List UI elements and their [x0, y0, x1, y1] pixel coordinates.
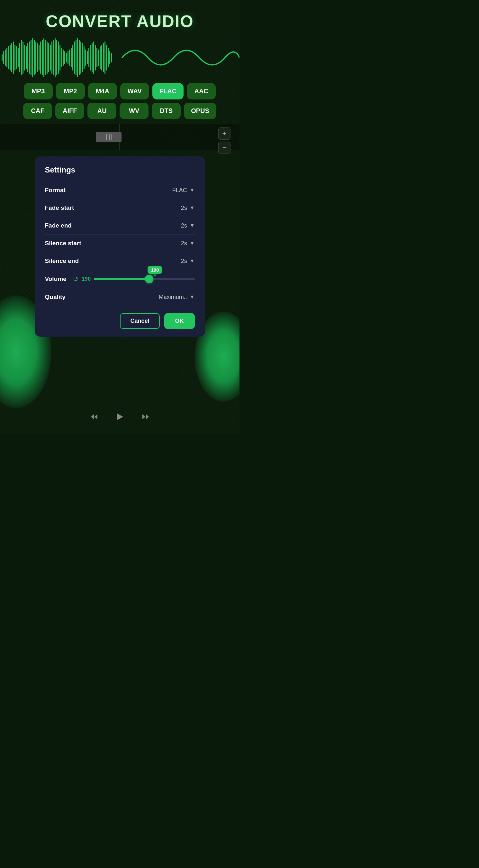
- format-value[interactable]: FLAC ▼: [143, 187, 195, 194]
- svg-rect-53: [87, 51, 88, 64]
- format-btn-aiff[interactable]: AIFF: [55, 103, 84, 119]
- svg-rect-35: [58, 41, 59, 74]
- zoom-out-button[interactable]: −: [218, 142, 231, 154]
- format-btn-dts[interactable]: DTS: [152, 103, 181, 119]
- quality-value[interactable]: Maximum.. ▼: [143, 294, 195, 301]
- rewind-button[interactable]: [89, 412, 99, 424]
- svg-rect-23: [39, 45, 39, 70]
- svg-rect-4: [8, 46, 9, 69]
- svg-rect-22: [37, 43, 38, 72]
- svg-rect-59: [97, 48, 97, 67]
- format-btn-au[interactable]: AU: [88, 103, 116, 119]
- format-row-2: CAF AIFF AU WV DTS OPUS: [17, 103, 223, 119]
- svg-rect-29: [48, 43, 49, 72]
- svg-rect-30: [50, 45, 51, 70]
- svg-rect-61: [100, 46, 101, 69]
- format-btn-opus[interactable]: OPUS: [184, 103, 216, 119]
- svg-rect-16: [27, 43, 28, 72]
- svg-rect-63: [103, 43, 104, 72]
- svg-rect-17: [29, 41, 30, 74]
- svg-rect-46: [75, 40, 76, 75]
- fade-end-label: Fade end: [45, 222, 72, 229]
- svg-rect-43: [71, 48, 72, 67]
- fade-start-value-text: 2s: [181, 205, 187, 212]
- svg-rect-11: [19, 43, 20, 72]
- silence-end-label: Silence end: [45, 257, 79, 265]
- volume-slider[interactable]: 190: [94, 278, 195, 280]
- svg-rect-36: [60, 45, 61, 70]
- format-btn-aac[interactable]: AAC: [187, 83, 216, 99]
- silence-end-value[interactable]: 2s ▼: [143, 258, 195, 265]
- player-controls: [0, 412, 240, 424]
- volume-thumb[interactable]: [145, 275, 153, 283]
- format-btn-flac[interactable]: FLAC: [152, 83, 183, 99]
- svg-rect-7: [13, 41, 14, 74]
- format-value-text: FLAC: [172, 187, 187, 194]
- fade-start-value[interactable]: 2s ▼: [143, 205, 195, 212]
- svg-rect-56: [92, 43, 93, 72]
- svg-rect-68: [111, 53, 112, 62]
- svg-marker-73: [146, 414, 149, 420]
- svg-rect-48: [79, 40, 80, 75]
- format-row-1: MP3 MP2 M4A WAV FLAC AAC: [18, 83, 222, 99]
- format-dropdown-arrow: ▼: [190, 187, 195, 193]
- setting-row-fade-start: Fade start 2s ▼: [45, 199, 195, 217]
- forward-button[interactable]: [140, 412, 151, 424]
- svg-rect-10: [18, 48, 19, 67]
- svg-rect-31: [52, 41, 53, 74]
- format-btn-wv[interactable]: WV: [119, 103, 148, 119]
- format-btn-m4a[interactable]: M4A: [88, 83, 117, 99]
- play-button[interactable]: [115, 412, 125, 424]
- svg-rect-52: [85, 50, 86, 66]
- volume-fill: [94, 278, 149, 280]
- svg-rect-47: [77, 38, 78, 77]
- format-btn-wav[interactable]: WAV: [120, 83, 149, 99]
- svg-rect-42: [69, 50, 70, 66]
- svg-rect-6: [11, 43, 12, 72]
- svg-rect-39: [64, 51, 65, 64]
- svg-rect-64: [104, 41, 105, 74]
- svg-rect-18: [31, 40, 32, 75]
- svg-rect-37: [61, 48, 62, 67]
- volume-tooltip: 190: [147, 266, 162, 274]
- svg-rect-57: [93, 41, 94, 74]
- silence-start-value[interactable]: 2s ▼: [143, 240, 195, 247]
- svg-rect-26: [43, 38, 44, 77]
- svg-rect-51: [83, 46, 84, 69]
- silence-end-dropdown-arrow: ▼: [190, 258, 195, 264]
- fade-start-dropdown-arrow: ▼: [190, 205, 195, 211]
- svg-rect-34: [56, 40, 57, 75]
- cancel-button[interactable]: Cancel: [120, 313, 160, 329]
- app-title: CONVERT AUDIO: [46, 11, 194, 31]
- svg-rect-2: [5, 50, 6, 66]
- svg-rect-9: [16, 46, 17, 69]
- format-btn-mp2[interactable]: MP2: [56, 83, 85, 99]
- volume-controls[interactable]: ↺ 190 190: [73, 275, 195, 283]
- svg-rect-33: [55, 38, 56, 77]
- fade-end-dropdown-arrow: ▼: [190, 223, 195, 228]
- svg-rect-58: [95, 45, 96, 70]
- settings-panel: Settings Format FLAC ▼ Fade start 2s ▼ F…: [35, 156, 205, 337]
- zoom-in-button[interactable]: +: [218, 127, 231, 140]
- format-btn-caf[interactable]: CAF: [23, 103, 52, 119]
- format-btn-mp3[interactable]: MP3: [24, 83, 53, 99]
- svg-rect-55: [90, 45, 91, 70]
- svg-rect-5: [10, 45, 11, 70]
- svg-rect-25: [42, 40, 43, 75]
- svg-rect-41: [68, 51, 68, 64]
- setting-row-fade-end: Fade end 2s ▼: [45, 217, 195, 235]
- svg-rect-15: [26, 46, 27, 69]
- volume-reset-icon[interactable]: ↺: [73, 275, 78, 283]
- svg-rect-13: [23, 41, 24, 74]
- svg-rect-12: [21, 40, 22, 75]
- svg-rect-1: [3, 51, 4, 64]
- ok-button[interactable]: OK: [164, 313, 195, 329]
- timeline-area[interactable]: + −: [0, 124, 240, 150]
- fade-end-value[interactable]: 2s ▼: [143, 222, 195, 229]
- svg-rect-32: [53, 40, 54, 75]
- svg-rect-19: [32, 38, 33, 77]
- setting-row-silence-start: Silence start 2s ▼: [45, 235, 195, 252]
- svg-rect-3: [6, 48, 7, 67]
- setting-row-silence-end: Silence end 2s ▼: [45, 252, 195, 270]
- svg-rect-21: [35, 41, 36, 74]
